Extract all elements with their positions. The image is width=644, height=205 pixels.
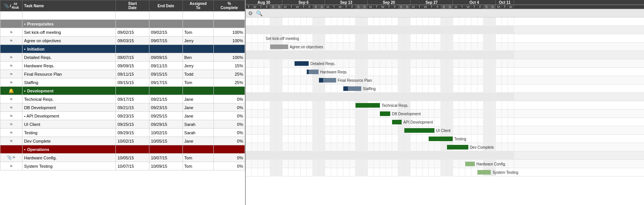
flag-icon[interactable]: ⚑ bbox=[10, 64, 13, 68]
flag-icon[interactable]: ⚑ bbox=[10, 81, 13, 85]
gear-icon[interactable]: ⚙ bbox=[248, 10, 253, 16]
gantt-cell bbox=[404, 118, 410, 126]
gantt-day-cell: W bbox=[252, 5, 258, 9]
section-expand-icon[interactable]: ▪ bbox=[24, 147, 26, 152]
gantt-cell bbox=[471, 34, 477, 43]
gantt-cell bbox=[319, 76, 325, 84]
task-end: 09/02/15 bbox=[149, 28, 183, 37]
gantt-cell bbox=[477, 34, 484, 43]
gantt-cell bbox=[362, 84, 368, 93]
gantt-cell bbox=[337, 43, 343, 51]
gantt-day-cell: T bbox=[246, 5, 252, 9]
gantt-cell bbox=[386, 34, 392, 43]
task-assigned: Tom bbox=[183, 162, 214, 170]
gantt-cell bbox=[252, 160, 258, 168]
gantt-cell bbox=[270, 143, 276, 151]
gantt-cell bbox=[459, 59, 465, 68]
gantt-cell bbox=[471, 101, 477, 110]
gantt-cell bbox=[417, 110, 423, 118]
gantt-cell bbox=[477, 17, 484, 26]
gantt-cell bbox=[337, 168, 343, 176]
task-pct: 100% bbox=[214, 53, 245, 62]
gantt-cell bbox=[368, 160, 374, 168]
search-icon[interactable]: 🔍 bbox=[256, 10, 263, 16]
gantt-cell bbox=[398, 110, 404, 118]
task-name-cell: Set kick-off meeting bbox=[22, 28, 116, 37]
gantt-cell bbox=[276, 34, 282, 43]
gantt-cell bbox=[386, 101, 392, 110]
flag-icon[interactable]: ⚑ bbox=[10, 106, 13, 110]
flag-icon[interactable]: ⚑ bbox=[12, 156, 16, 160]
gantt-cell bbox=[319, 168, 325, 176]
gantt-cell bbox=[423, 168, 429, 176]
section-name-prerequisites: ▪Prerequisites bbox=[22, 20, 116, 28]
gantt-cell bbox=[423, 59, 429, 68]
gantt-cell bbox=[398, 84, 404, 93]
section-expand-icon[interactable]: ▪ bbox=[24, 89, 26, 93]
gantt-cell bbox=[313, 151, 319, 160]
gantt-cell bbox=[417, 143, 423, 151]
gantt-cell bbox=[496, 93, 502, 101]
gantt-cell bbox=[288, 68, 295, 76]
gantt-cell bbox=[392, 143, 398, 151]
gantt-cell bbox=[441, 135, 447, 143]
gantt-cell bbox=[496, 51, 502, 59]
gantt-cell bbox=[447, 118, 453, 126]
gantt-cell bbox=[398, 76, 404, 84]
gantt-cell bbox=[417, 126, 423, 135]
gantt-cell bbox=[484, 135, 490, 143]
gantt-cell bbox=[276, 68, 282, 76]
task-pct: 0% bbox=[214, 120, 245, 129]
gantt-cell bbox=[459, 26, 465, 34]
gantt-cell bbox=[496, 59, 502, 68]
gantt-cell bbox=[490, 26, 496, 34]
gantt-cell bbox=[410, 151, 417, 160]
gantt-cell bbox=[356, 118, 362, 126]
gantt-cell bbox=[325, 68, 331, 76]
flag-icon[interactable]: ⚑ bbox=[10, 139, 13, 143]
gantt-cell bbox=[368, 93, 374, 101]
flag-icon[interactable]: ⚑ bbox=[10, 164, 13, 168]
flag-icon[interactable]: ⚑ bbox=[10, 72, 13, 76]
gantt-cell bbox=[288, 160, 295, 168]
gantt-row: Hardware Config. bbox=[246, 160, 644, 168]
gantt-cell bbox=[337, 126, 343, 135]
gantt-cell bbox=[508, 143, 514, 151]
gantt-cell bbox=[392, 17, 398, 26]
gantt-day-cell: F bbox=[349, 5, 356, 9]
gantt-cell bbox=[465, 68, 471, 76]
section-row-initiation: ▪Initiation bbox=[0, 45, 245, 53]
gantt-cell bbox=[386, 135, 392, 143]
flag-icon[interactable]: ⚑ bbox=[10, 114, 13, 118]
gantt-week-0: Aug 30 bbox=[246, 0, 282, 5]
section-expand-icon[interactable]: ▪ bbox=[24, 22, 26, 26]
gantt-day-cell: F bbox=[392, 5, 398, 9]
task-name-cell: Technical Reqs. bbox=[22, 95, 116, 103]
flag-icon[interactable]: ⚑ bbox=[10, 131, 13, 135]
flag-icon[interactable]: ⚑ bbox=[10, 56, 13, 60]
gantt-cell bbox=[453, 93, 459, 101]
flag-icon[interactable]: ⚑ bbox=[10, 39, 13, 43]
gantt-cell bbox=[404, 59, 410, 68]
gantt-cell bbox=[252, 118, 258, 126]
gantt-cell bbox=[319, 34, 325, 43]
subtask-expand[interactable]: ▪ bbox=[24, 114, 25, 118]
gantt-cell bbox=[447, 34, 453, 43]
gantt-cell bbox=[441, 160, 447, 168]
gantt-cell bbox=[276, 135, 282, 143]
gantt-cell bbox=[282, 110, 288, 118]
gantt-cell bbox=[325, 160, 331, 168]
gantt-cell bbox=[459, 34, 465, 43]
gantt-cell bbox=[410, 143, 417, 151]
gantt-cell bbox=[435, 17, 441, 26]
gantt-cell bbox=[264, 118, 270, 126]
flag-icon[interactable]: ⚑ bbox=[10, 30, 13, 35]
gantt-cell bbox=[398, 143, 404, 151]
gantt-cell bbox=[453, 76, 459, 84]
flag-icon[interactable]: ⚑ bbox=[10, 122, 13, 127]
flag-icon[interactable]: ⚑ bbox=[10, 97, 13, 102]
gantt-cell bbox=[319, 59, 325, 68]
section-name-operations: ▪Operations bbox=[22, 145, 116, 154]
section-expand-icon[interactable]: ▪ bbox=[24, 47, 26, 51]
gantt-cell bbox=[288, 51, 295, 59]
